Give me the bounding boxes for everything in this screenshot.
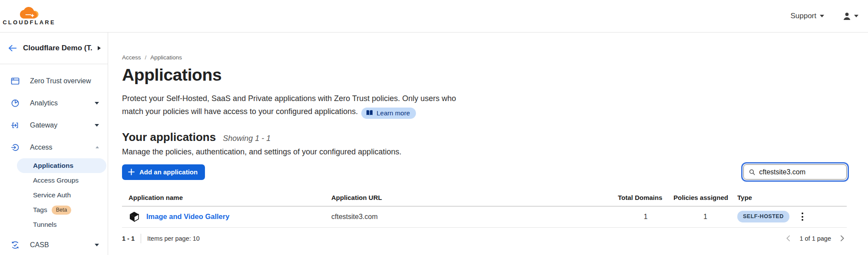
access-login-icon — [11, 143, 20, 152]
table-row: Image and Video Gallery cftestsite3.com … — [122, 206, 847, 228]
items-per-page-label[interactable]: Items per page: 10 — [147, 235, 200, 242]
chevron-up-icon — [96, 146, 99, 148]
breadcrumb: Access / Applications — [122, 54, 847, 61]
page-description-line2: match your policies will have access to … — [122, 107, 358, 116]
casb-shield-check-icon — [11, 241, 20, 249]
row-actions-cell — [798, 210, 847, 223]
chevron-right-icon — [838, 235, 846, 242]
sidebar-item-tags[interactable]: Tags Beta — [17, 203, 106, 217]
items-range: 1 - 1 — [122, 235, 135, 242]
next-page-button[interactable] — [838, 234, 847, 243]
sidebar-nav: Zero Trust overview Analytics — [0, 64, 108, 255]
add-application-label: Add an application — [139, 168, 198, 176]
application-search — [743, 164, 847, 180]
applications-table: Application name Application URL Total D… — [122, 194, 847, 243]
access-submenu: Applications Access Groups Service Auth … — [0, 158, 108, 232]
plus-icon — [128, 169, 135, 175]
chevron-down-icon — [95, 244, 99, 246]
account-header: Cloudflare Demo (T... — [0, 33, 108, 64]
chevron-down-icon — [854, 15, 858, 17]
account-name[interactable]: Cloudflare Demo (T... — [23, 44, 92, 52]
row-kebab-menu-icon[interactable] — [798, 210, 807, 223]
column-header-application-url: Application URL — [331, 194, 618, 201]
sidebar-item-label: Applications — [33, 162, 73, 170]
section-title: Your applications — [122, 131, 216, 144]
chevron-left-icon — [785, 235, 792, 242]
support-menu[interactable]: Support — [790, 12, 824, 20]
main-content: Access / Applications Applications Prote… — [109, 33, 868, 255]
chevron-down-icon — [820, 15, 824, 17]
user-account-menu[interactable] — [842, 12, 858, 21]
sidebar-item-label: Gateway — [30, 121, 84, 129]
column-header-policies-assigned: Policies assigned — [673, 194, 737, 201]
breadcrumb-access[interactable]: Access — [122, 54, 141, 61]
page-title: Applications — [122, 65, 847, 85]
cloudflare-cloud-icon — [17, 7, 41, 19]
app-window: CLOUDFLARE Support Cloudflare Demo (T... — [0, 0, 868, 255]
column-header-type: Type — [737, 194, 798, 201]
page-description-line1: Protect your Self-Hosted, SaaS and Priva… — [122, 94, 456, 103]
chevron-down-icon — [95, 102, 99, 105]
chevron-down-icon — [95, 124, 99, 127]
pagination-controls: 1 of 1 page — [784, 234, 847, 243]
section-subtitle: Manage the policies, authentication, and… — [122, 147, 847, 157]
previous-page-button[interactable] — [784, 234, 793, 243]
book-icon — [366, 110, 373, 116]
add-application-button[interactable]: Add an application — [122, 164, 205, 180]
sidebar: Cloudflare Demo (T... Zero Trust overvie… — [0, 33, 108, 255]
user-icon — [842, 12, 851, 21]
total-domains-cell: 1 — [618, 213, 673, 221]
sidebar-item-label: Access Groups — [33, 177, 79, 184]
sidebar-item-casb[interactable]: CASB — [0, 234, 108, 255]
column-header-total-domains: Total Domains — [618, 194, 673, 201]
learn-more-button[interactable]: Learn more — [361, 108, 416, 119]
sidebar-item-tunnels[interactable]: Tunnels — [17, 217, 106, 232]
sidebar-item-access[interactable]: Access — [0, 136, 108, 158]
support-label: Support — [790, 12, 816, 20]
cloudflare-wordmark: CLOUDFLARE — [3, 19, 56, 26]
sidebar-item-label: Analytics — [30, 99, 84, 107]
sidebar-item-access-groups[interactable]: Access Groups — [17, 173, 106, 188]
analytics-pie-icon — [11, 99, 20, 108]
search-input[interactable] — [759, 168, 841, 176]
sidebar-item-label: Tunnels — [33, 221, 57, 229]
sidebar-item-applications[interactable]: Applications — [17, 158, 106, 173]
application-url-cell: cftestsite3.com — [331, 213, 618, 221]
pagination-summary: 1 - 1 Items per page: 10 — [122, 234, 200, 243]
sidebar-item-gateway[interactable]: Gateway — [0, 114, 108, 136]
sidebar-item-zero-trust-overview[interactable]: Zero Trust overview — [0, 70, 108, 92]
top-bar: CLOUDFLARE Support — [0, 0, 868, 33]
breadcrumb-separator: / — [145, 54, 147, 61]
sidebar-item-label: Tags — [33, 206, 47, 214]
section-header: Your applications Showing 1 - 1 — [122, 131, 847, 144]
breadcrumb-applications[interactable]: Applications — [150, 54, 182, 61]
search-icon — [749, 169, 755, 176]
application-name-link[interactable]: Image and Video Gallery — [146, 212, 229, 221]
sidebar-item-service-auth[interactable]: Service Auth — [17, 188, 106, 203]
application-cube-icon — [129, 211, 140, 222]
footer-divider — [141, 234, 141, 243]
table-controls: Add an application — [122, 164, 847, 180]
sidebar-item-label: Zero Trust overview — [30, 77, 99, 85]
policies-assigned-cell: 1 — [673, 213, 737, 221]
top-bar-right: Support — [790, 12, 858, 21]
overview-window-icon — [11, 77, 20, 85]
type-cell: SELF-HOSTED — [737, 211, 798, 222]
sidebar-item-label: Access — [30, 144, 85, 151]
beta-badge: Beta — [52, 206, 72, 215]
sidebar-item-analytics[interactable]: Analytics — [0, 92, 108, 114]
page-indicator: 1 of 1 page — [799, 235, 831, 242]
column-header-application-name: Application name — [122, 194, 331, 201]
sidebar-item-label: CASB — [30, 241, 84, 249]
gateway-icon — [11, 121, 20, 130]
back-arrow-icon[interactable] — [7, 44, 17, 52]
learn-more-label: Learn more — [376, 109, 410, 117]
cloudflare-logo[interactable]: CLOUDFLARE — [6, 7, 52, 26]
type-badge: SELF-HOSTED — [737, 211, 789, 222]
table-footer: 1 - 1 Items per page: 10 1 of 1 page — [122, 228, 847, 243]
table-header-row: Application name Application URL Total D… — [122, 194, 847, 206]
sidebar-item-label: Service Auth — [33, 191, 71, 199]
page-description: Protect your Self-Hosted, SaaS and Priva… — [122, 92, 847, 119]
showing-count: Showing 1 - 1 — [223, 134, 271, 143]
account-expand-icon[interactable] — [98, 46, 101, 50]
